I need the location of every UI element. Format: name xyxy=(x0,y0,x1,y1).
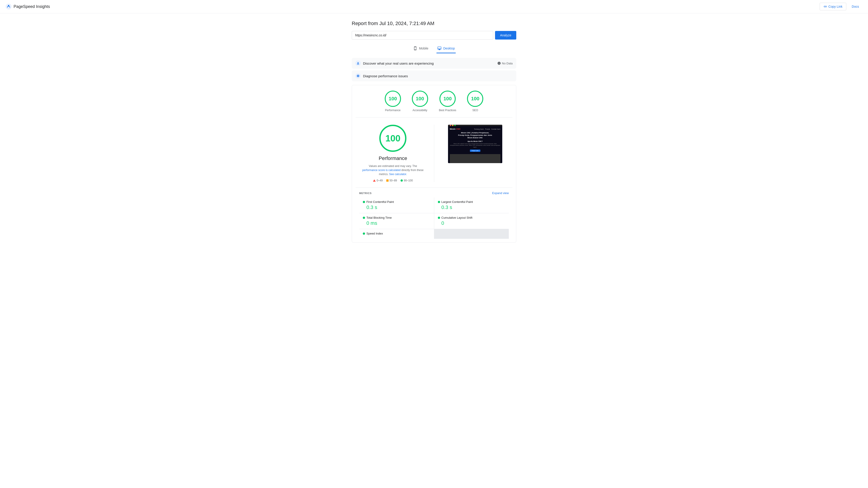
docs-button[interactable]: Docs xyxy=(848,3,863,10)
metric-si-label: Speed Index xyxy=(366,232,383,235)
score-circle-accessibility: 100 xyxy=(412,91,428,107)
metric-si-indicator xyxy=(363,232,365,235)
metric-fcp-label: First Contentful Paint xyxy=(366,200,394,203)
report-title: Report from Jul 10, 2024, 7:21:49 AM xyxy=(352,21,516,26)
score-seo: 100 SEO xyxy=(467,91,483,112)
info-icon xyxy=(497,61,501,65)
screenshot-content: Mesin CNC Tentang Kami Produk Kontak Kam… xyxy=(448,126,502,163)
app-title: PageSpeed Insights xyxy=(13,4,50,9)
metric-tbt-label-row: Total Blocking Time xyxy=(363,216,430,219)
see-calculator-link[interactable]: See calculator. xyxy=(389,173,407,176)
sc-header: Mesin CNC Tentang Kami Produk Kontak Kam… xyxy=(450,128,500,130)
diagnose-banner: Diagnose performance issues xyxy=(352,70,516,81)
sc-logo-highlight: CNC xyxy=(456,128,461,130)
person-icon xyxy=(356,62,360,65)
metric-fcp-label-row: First Contentful Paint xyxy=(363,200,430,203)
main-content: Report from Jul 10, 2024, 7:21:49 AM Ana… xyxy=(348,13,520,250)
legend-pass-icon xyxy=(401,180,403,182)
big-score-value: 100 xyxy=(385,133,401,143)
score-accessibility: 100 Accessibility xyxy=(412,91,428,112)
tab-desktop[interactable]: Desktop xyxy=(436,44,456,53)
score-value-performance: 100 xyxy=(389,96,397,102)
score-label-seo: SEO xyxy=(472,109,478,112)
score-performance: 100 Performance xyxy=(385,91,401,112)
docs-label: Docs xyxy=(852,5,859,8)
metric-fcp: First Contentful Paint 0.3 s xyxy=(359,197,434,213)
legend-fail-label: 0–49 xyxy=(377,179,383,182)
mobile-icon xyxy=(413,46,417,51)
metrics-section: METRICS Expand view First Contentful Pai… xyxy=(355,188,513,242)
header-actions: Copy Link Docs xyxy=(819,3,863,10)
score-value-seo: 100 xyxy=(471,96,479,102)
url-input[interactable] xyxy=(352,31,493,39)
metric-fcp-value: 0.3 s xyxy=(363,204,430,210)
performance-note: Values are estimated and may vary. The p… xyxy=(361,164,425,176)
score-circle-best-practices: 100 xyxy=(439,91,456,107)
sc-nav-item-3: Kontak Kami xyxy=(491,128,500,130)
metric-tbt-indicator xyxy=(363,217,365,219)
metric-tbt-label: Total Blocking Time xyxy=(366,216,392,219)
diagnose-icon xyxy=(355,73,361,78)
performance-right: Mesin CNC Tentang Kami Produk Kontak Kam… xyxy=(441,125,509,182)
website-screenshot: Mesin CNC Tentang Kami Produk Kontak Kam… xyxy=(448,125,502,163)
tab-mobile[interactable]: Mobile xyxy=(412,44,429,53)
gear-icon xyxy=(356,74,360,77)
metric-lcp-value: 0.3 s xyxy=(438,204,505,210)
score-circle-seo: 100 xyxy=(467,91,483,107)
real-users-banner: Discover what your real users are experi… xyxy=(352,58,516,69)
copy-link-label: Copy Link xyxy=(829,5,842,8)
score-circle-performance: 100 xyxy=(385,91,401,107)
metric-lcp: Largest Contentful Paint 0.3 s xyxy=(434,197,509,213)
desktop-icon xyxy=(437,46,441,51)
expand-view-button[interactable]: Expand view xyxy=(492,191,509,195)
tab-mobile-label: Mobile xyxy=(419,46,428,50)
svg-point-0 xyxy=(6,4,11,9)
real-users-title: Discover what your real users are experi… xyxy=(363,61,434,65)
score-value-best-practices: 100 xyxy=(443,96,452,102)
tab-desktop-label: Desktop xyxy=(443,46,455,50)
metric-tbt: Total Blocking Time 0 ms xyxy=(359,213,434,229)
sc-nav-item-2: Produk xyxy=(485,128,490,130)
analyze-button[interactable]: Analyze xyxy=(495,31,516,39)
legend-average-icon xyxy=(386,180,389,182)
performance-detail: 100 Performance Values are estimated and… xyxy=(355,117,513,188)
legend-fail-icon xyxy=(373,180,376,182)
perf-score-link[interactable]: performance score is calculated xyxy=(362,168,401,172)
metrics-header: METRICS Expand view xyxy=(359,191,509,195)
metrics-title: METRICS xyxy=(359,192,372,195)
metric-cls-value: 0 xyxy=(438,220,505,226)
sc-body-text: Mesin CNC adalah mesin yang menggunakan … xyxy=(450,143,500,148)
big-score-circle: 100 xyxy=(379,125,406,152)
svg-point-1 xyxy=(8,5,9,6)
metric-cls-indicator xyxy=(438,217,440,219)
score-label-performance: Performance xyxy=(385,109,401,112)
metric-cls-label-row: Cumulative Layout Shift xyxy=(438,216,505,219)
score-value-accessibility: 100 xyxy=(416,96,424,102)
logo-area: PageSpeed Insights xyxy=(5,3,50,10)
scores-row: 100 Performance 100 Accessibility 100 Be… xyxy=(355,91,513,112)
sc-nav-item-1: Tentang Kami xyxy=(474,128,484,130)
legend-pass-label: 90–100 xyxy=(404,179,413,182)
metric-cls: Cumulative Layout Shift 0 xyxy=(434,213,509,229)
copy-link-button[interactable]: Copy Link xyxy=(819,3,846,10)
score-legend: 0–49 50–89 90–100 xyxy=(373,179,413,182)
metric-fcp-indicator xyxy=(363,201,365,203)
scores-panel: 100 Performance 100 Accessibility 100 Be… xyxy=(352,85,516,242)
real-users-left: Discover what your real users are experi… xyxy=(355,61,434,66)
header: PageSpeed Insights Copy Link Docs xyxy=(0,0,868,13)
sc-logo: Mesin CNC xyxy=(450,128,461,130)
url-bar: Analyze xyxy=(352,31,516,39)
no-data-badge: No Data xyxy=(497,61,513,65)
metric-lcp-label: Largest Contentful Paint xyxy=(441,200,473,203)
metric-si: Speed Index xyxy=(359,229,434,239)
sc-nav: Tentang Kami Produk Kontak Kami xyxy=(474,128,500,130)
metric-tbt-value: 0 ms xyxy=(363,220,430,226)
metrics-grid: First Contentful Paint 0.3 s Largest Con… xyxy=(359,197,509,239)
metric-si-label-row: Speed Index xyxy=(363,232,430,235)
score-best-practices: 100 Best Practices xyxy=(439,91,456,112)
vertical-divider xyxy=(434,125,434,182)
score-label-best-practices: Best Practices xyxy=(439,109,456,112)
performance-name: Performance xyxy=(379,156,407,161)
sc-cta-button: Pelajari Lebih xyxy=(470,150,480,152)
no-data-label: No Data xyxy=(502,62,513,65)
